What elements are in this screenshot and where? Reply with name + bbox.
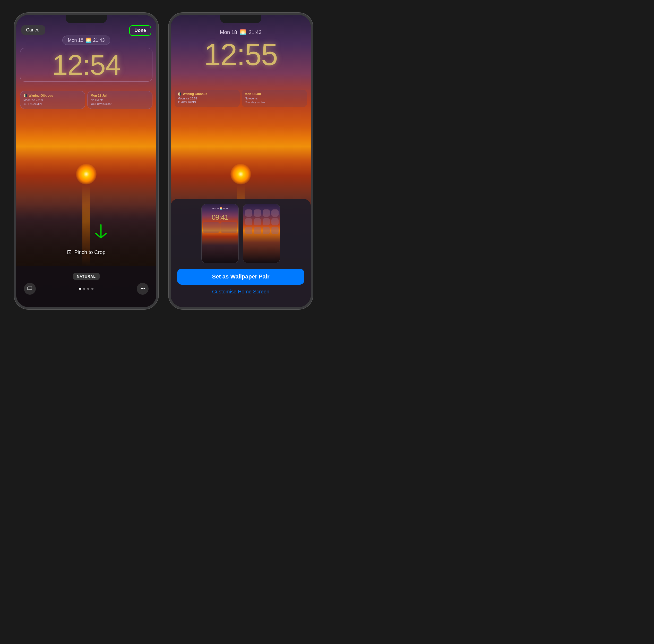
customise-home-screen-button[interactable]: Customise Home Screen (212, 289, 269, 295)
sun-icon-right: 🌅 (240, 29, 246, 35)
sun-icon: 🌅 (86, 37, 91, 43)
right-phone: Mon 18 🌅 21:43 12:55 🌗 Waning Gibbous Mo… (169, 13, 313, 309)
home-icons-grid (245, 209, 278, 234)
moon-widget-sub1: Moonrise 23:59 (23, 98, 82, 102)
cal-title-right: Mon 18 Jul (245, 92, 304, 96)
toolbar-icons-row: ••• (16, 283, 156, 295)
cal-sub2-right: Your day is clear (245, 100, 304, 104)
home-icon-10 (254, 227, 261, 234)
calendar-widget-right: Mon 18 Jul No events Your day is clear (242, 90, 307, 107)
set-wallpaper-pair-button[interactable]: Set as Wallpaper Pair (177, 269, 304, 285)
home-icon-4 (272, 209, 279, 217)
notch (66, 15, 107, 23)
dot-1 (79, 288, 81, 290)
home-icon-6 (254, 218, 261, 225)
bottom-sheet: Mon 18 🌅 21:43 09:41 (171, 199, 311, 307)
moon-icon-right: 🌗 (178, 92, 182, 96)
done-button[interactable]: Done (129, 25, 151, 36)
home-icon-2 (254, 209, 261, 217)
thumb-bg-home (243, 204, 280, 263)
home-icon-12 (272, 227, 279, 234)
sun-glow-right (230, 164, 251, 184)
moon-icon: 🌗 (23, 94, 27, 97)
thumb-widget-2 (220, 222, 237, 233)
thumb-date: Mon 18 🌅 21:43 (202, 207, 238, 210)
date-bar-right: Mon 18 🌅 21:43 (171, 29, 311, 35)
home-icon-11 (263, 227, 270, 234)
natural-badge: NATURAL (73, 273, 100, 280)
lock-date-bar: Mon 18 🌅 21:43 (21, 36, 151, 45)
home-icon-7 (263, 218, 270, 225)
home-icon-8 (272, 218, 279, 225)
big-clock-container: 12:54 (20, 48, 153, 82)
date-pill: Mon 18 🌅 21:43 (62, 36, 110, 45)
dot-3 (87, 288, 89, 290)
page-dots (79, 288, 93, 290)
widgets-row-right: 🌗 Waning Gibbous Moonrise 23:59 11HRS 26… (174, 90, 307, 107)
big-clock: 12:54 (23, 49, 149, 80)
bottom-toolbar: NATURAL ••• (16, 266, 156, 307)
cal-widget-sub1: No events (91, 98, 149, 102)
crop-icon: ⊡ (67, 249, 72, 256)
moon-widget-title-right: 🌗 Waning Gibbous (178, 92, 237, 96)
date-text: Mon 18 (68, 38, 83, 43)
moon-widget-right: 🌗 Waning Gibbous Moonrise 23:59 11HRS 26… (174, 90, 240, 107)
thumb-widgets (203, 222, 237, 233)
pinch-to-crop-label: ⊡ Pinch to Crop (67, 249, 105, 256)
home-icon-5 (245, 218, 252, 225)
wallpaper-preview-row: Mon 18 🌅 21:43 09:41 (177, 204, 304, 263)
moon-widget-title: 🌗 Waning Gibbous (23, 94, 82, 97)
thumb-bg-lock: Mon 18 🌅 21:43 09:41 (202, 204, 238, 263)
time-text-right: 21:43 (249, 29, 262, 35)
more-options-button[interactable]: ••• (137, 283, 148, 295)
date-text-right: Mon 18 (220, 29, 237, 35)
cal-widget-sub2: Your day is clear (91, 102, 149, 106)
big-clock-right: 12:55 (171, 38, 311, 72)
photo-library-button[interactable] (24, 283, 36, 295)
thumb-clock-lock: 09:41 (202, 213, 238, 222)
widgets-row: 🌗 Waning Gibbous Moonrise 23:59 11HRS 26… (20, 91, 153, 109)
notch-right (220, 15, 261, 23)
thumb-widget-1 (203, 222, 219, 233)
home-icon-3 (263, 209, 270, 217)
left-phone: Cancel Done Mon 18 🌅 21:43 12:54 🌗 Wanin… (14, 13, 158, 309)
home-icon-9 (245, 227, 252, 234)
dot-4 (91, 288, 93, 290)
arrow-indicator (93, 224, 109, 245)
dot-2 (83, 288, 85, 290)
moon-sub1-right: Moonrise 23:59 (178, 97, 237, 100)
ellipsis-icon: ••• (141, 286, 145, 292)
cal-widget-title: Mon 18 Jul (91, 94, 149, 97)
time-text: 21:43 (93, 38, 105, 43)
cal-sub1-right: No events (245, 97, 304, 100)
calendar-widget: Mon 18 Jul No events Your day is clear (87, 91, 153, 109)
moon-sub2-right: 11HRS 26MIN (178, 100, 237, 104)
moon-widget-sub2: 11HRS 26MIN (23, 102, 82, 106)
sun-glow (76, 164, 97, 184)
home-screen-thumb[interactable] (243, 204, 280, 263)
home-icon-1 (245, 209, 252, 217)
cancel-button[interactable]: Cancel (21, 25, 45, 35)
moon-widget: 🌗 Waning Gibbous Moonrise 23:59 11HRS 26… (20, 91, 85, 109)
clock-outline-box: 12:54 (20, 48, 153, 82)
lock-screen-thumb[interactable]: Mon 18 🌅 21:43 09:41 (201, 204, 239, 263)
